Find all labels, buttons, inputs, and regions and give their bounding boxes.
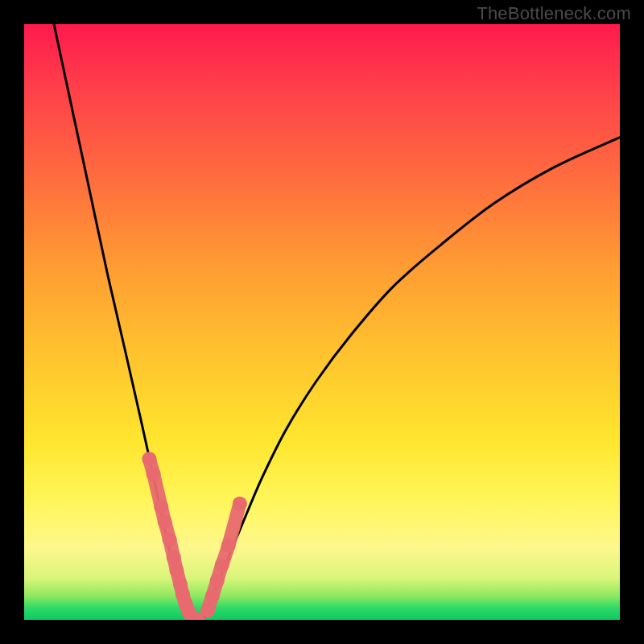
chart-svg	[24, 24, 620, 620]
left-branch-markers-dot	[147, 467, 161, 481]
left-branch-markers-dot	[158, 514, 172, 529]
right-branch-markers-dot	[215, 558, 229, 572]
chart-frame: TheBottleneck.com	[0, 0, 644, 644]
left-branch-markers-dot	[167, 550, 181, 564]
right-branch-markers-dot	[210, 573, 225, 588]
right-branch-markers-dot	[205, 588, 220, 603]
plot-area	[24, 24, 620, 620]
left-branch-markers-dot	[163, 532, 177, 547]
right-branch-markers-dot	[200, 603, 215, 617]
right-branch-markers-dot	[221, 539, 236, 553]
right-branch-markers-dot	[233, 497, 247, 511]
watermark-text: TheBottleneck.com	[477, 3, 631, 24]
curve-layer	[54, 24, 620, 620]
right-branch-curve	[203, 138, 620, 620]
left-branch-markers-dot	[169, 564, 184, 578]
left-branch-markers-dot	[142, 452, 156, 466]
left-branch-markers-dot	[154, 499, 168, 514]
marker-layer	[142, 452, 246, 620]
